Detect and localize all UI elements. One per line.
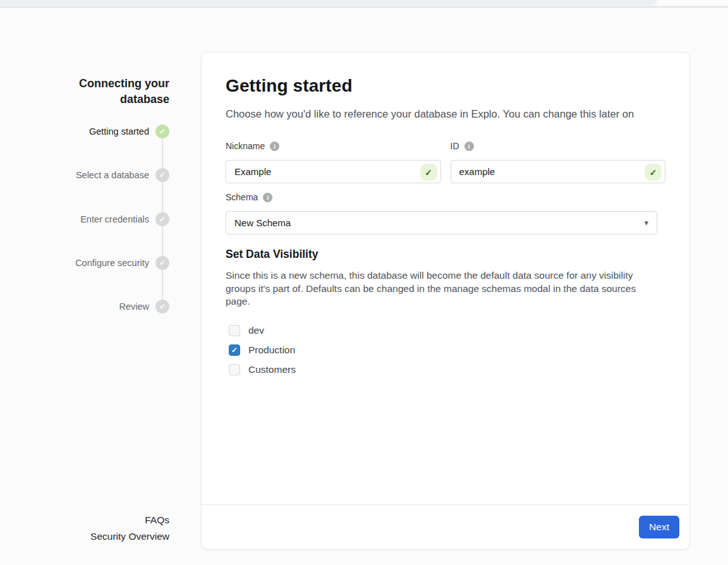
faqs-link[interactable]: FAQs [145,513,169,527]
page-title: Getting started [226,75,665,97]
schema-selected-value: New Schema [234,217,291,228]
checkbox-label: Production [248,344,295,356]
step-label: Configure security [75,256,149,270]
stepper-step-review[interactable]: Review ✓ [119,300,169,313]
nickname-input[interactable]: Example ✓ [226,160,441,183]
next-button[interactable]: Next [639,516,679,538]
step-label: Select a database [76,168,149,182]
step-check-icon: ✓ [155,212,169,226]
id-field-group: ID i example ✓ [451,141,666,183]
security-overview-link[interactable]: Security Overview [90,530,169,544]
checkbox-icon: ✓ [229,325,240,336]
step-check-icon: ✓ [155,168,169,182]
id-label: ID [451,141,459,151]
card-footer: Next [202,504,689,549]
step-label: Review [119,300,149,313]
visibility-groups-list: ✓ dev ✓ Production ✓ Customers [226,324,665,377]
stepper-step-select-database[interactable]: Select a database ✓ [76,168,169,182]
nickname-field-group: Nickname i Example ✓ [226,141,441,183]
getting-started-card: Getting started Choose how you'd like to… [201,52,690,550]
step-check-icon: ✓ [155,300,169,313]
valid-check-icon: ✓ [645,164,662,181]
data-visibility-description: Since this is a new schema, this databas… [226,269,663,308]
checkbox-icon: ✓ [229,344,240,356]
step-label: Enter credentials [80,212,149,226]
id-value: example [459,166,495,177]
checkbox-label: Customers [248,364,296,375]
page-subtitle: Choose how you'd like to reference your … [226,107,665,121]
schema-field-group: Schema i New Schema ▾ [226,192,665,234]
connection-stepper-sidebar: Connecting your database Getting started… [0,0,169,565]
stepper-step-configure-security[interactable]: Configure security ✓ [75,256,169,270]
step-label: Getting started [89,125,149,138]
nickname-value: Example [234,166,271,177]
visibility-group-customers[interactable]: ✓ Customers [226,363,665,377]
id-input[interactable]: example ✓ [451,160,666,183]
schema-label: Schema [226,192,258,202]
step-check-icon: ✓ [155,125,169,138]
info-icon[interactable]: i [263,193,272,202]
stepper-step-getting-started[interactable]: Getting started ✓ [89,125,169,138]
valid-check-icon: ✓ [420,164,437,181]
nickname-label: Nickname [226,141,265,151]
checkbox-label: dev [248,325,264,336]
stepper-step-enter-credentials[interactable]: Enter credentials ✓ [80,212,169,226]
checkbox-icon: ✓ [229,364,240,375]
info-icon[interactable]: i [464,142,474,151]
data-visibility-heading: Set Data Visibility [226,248,665,261]
visibility-group-production[interactable]: ✓ Production [226,343,665,357]
card-body: Getting started Choose how you'd like to… [202,52,689,504]
step-check-icon: ✓ [155,256,169,270]
visibility-group-dev[interactable]: ✓ dev [226,324,665,337]
info-icon[interactable]: i [270,142,279,151]
stepper-title: Connecting your database [49,76,169,107]
name-id-field-row: Nickname i Example ✓ ID i example ✓ [226,141,665,183]
schema-select[interactable]: New Schema ▾ [226,211,657,234]
chevron-down-icon: ▾ [644,218,648,226]
